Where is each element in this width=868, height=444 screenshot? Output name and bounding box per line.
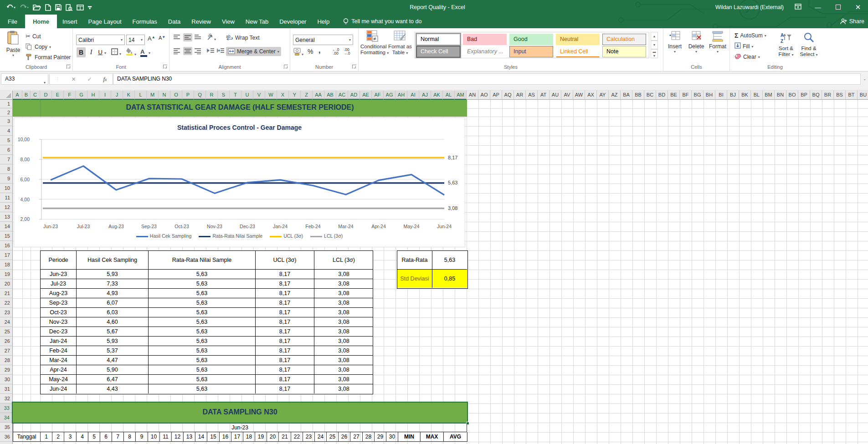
table-cell[interactable]: 3,08 [314, 346, 373, 356]
row-header-35[interactable]: 35 [0, 423, 13, 432]
conditional-formatting-button[interactable]: ≠ ConditionalFormatting ▾ [360, 30, 384, 56]
tab-page-layout[interactable]: Page Layout [83, 15, 127, 28]
table-cell[interactable]: 8,17 [256, 365, 314, 375]
column-header-BM[interactable]: BM [763, 91, 775, 100]
day-cell-5[interactable]: 5 [88, 432, 100, 442]
column-header-BJ[interactable]: BJ [727, 91, 739, 100]
day-cell-21[interactable]: 21 [279, 432, 291, 442]
column-header-J[interactable]: J [111, 91, 123, 100]
styles-gallery-up-button[interactable]: ▲ [651, 32, 658, 41]
insert-function-icon[interactable]: fx [103, 76, 107, 83]
table-cell[interactable]: 3,08 [314, 308, 373, 317]
table-cell[interactable]: 8,17 [256, 279, 314, 289]
table-cell[interactable]: 8,17 [256, 346, 314, 356]
table-cell[interactable]: 8,17 [256, 317, 314, 327]
column-header-H[interactable]: H [87, 91, 99, 100]
style-chip-explanatory-[interactable]: Explanatory ... [463, 46, 507, 57]
column-header-AX[interactable]: AX [585, 91, 597, 100]
day-cell-18[interactable]: 18 [243, 432, 255, 442]
column-header-AP[interactable]: AP [490, 91, 502, 100]
row-header-13[interactable]: 13 [0, 212, 13, 222]
column-header-AF[interactable]: AF [372, 91, 384, 100]
column-header-BR[interactable]: BR [822, 91, 834, 100]
column-header-BN[interactable]: BN [775, 91, 786, 100]
table-cell[interactable]: 5,63 [149, 289, 256, 298]
row35-jun23[interactable]: Jun-23 [13, 423, 467, 432]
column-header-AE[interactable]: AE [360, 91, 372, 100]
day-cell-7[interactable]: 7 [112, 432, 124, 442]
column-header-BE[interactable]: BE [668, 91, 680, 100]
row-header-5[interactable]: 5 [0, 136, 13, 145]
column-header-BA[interactable]: BA [621, 91, 632, 100]
row-header-8[interactable]: 8 [0, 164, 13, 174]
row-header-24[interactable]: 24 [0, 317, 13, 327]
sort-filter-button[interactable]: AZ Sort &Filter ▾ [776, 32, 796, 58]
table-cell[interactable]: 4,43 [77, 384, 149, 393]
row-header-26[interactable]: 26 [0, 337, 13, 346]
day-cell-3[interactable]: 3 [64, 432, 77, 442]
accounting-format-button[interactable]: ▾ [293, 48, 303, 57]
row-header-23[interactable]: 23 [0, 308, 13, 317]
column-header-BQ[interactable]: BQ [810, 91, 822, 100]
row-header-19[interactable]: 19 [0, 270, 13, 279]
style-chip-good[interactable]: Good [509, 34, 553, 45]
table-cell[interactable]: Feb-24 [41, 346, 77, 356]
table-cell[interactable]: 3,08 [314, 317, 373, 327]
delete-cells-button[interactable]: Delete▾ [686, 31, 706, 54]
minimize-button[interactable]: — [808, 4, 828, 11]
table-cell[interactable]: May-24 [41, 375, 77, 384]
column-header-Q[interactable]: Q [194, 91, 206, 100]
style-chip-check-cell[interactable]: Check Cell [416, 46, 460, 57]
table-cell[interactable]: Oct-23 [41, 308, 77, 317]
day-cell-17[interactable]: 17 [231, 432, 243, 442]
table-cell[interactable]: 3,08 [314, 289, 373, 298]
formula-input[interactable]: DATA SAMPLING N30 [113, 73, 861, 85]
column-header-I[interactable]: I [99, 91, 111, 100]
table-cell[interactable]: 8,17 [256, 356, 314, 365]
day-cell-19[interactable]: 19 [255, 432, 267, 442]
row-header-31[interactable]: 31 [0, 384, 13, 394]
borders-button[interactable]: ▾ [111, 48, 121, 57]
table-cell[interactable]: Jul-23 [41, 279, 77, 289]
style-chip-calculation[interactable]: Calculation [602, 34, 646, 45]
column-header-Z[interactable]: Z [301, 91, 313, 100]
increase-decimal-button[interactable]: ←.0.00 [332, 48, 339, 55]
row-header-29[interactable]: 29 [0, 365, 13, 375]
summary-value-std-deviasi[interactable]: 0,85 [432, 270, 467, 288]
column-header-AJ[interactable]: AJ [419, 91, 431, 100]
table-cell[interactable]: 5,93 [77, 270, 149, 279]
column-header-AW[interactable]: AW [573, 91, 585, 100]
column-header-A[interactable]: A [13, 91, 22, 100]
column-header-P[interactable]: P [182, 91, 194, 100]
styles-gallery-more-button[interactable]: ▬▼ [651, 49, 658, 58]
row-header-36[interactable]: 36 [0, 432, 13, 442]
day-cell-20[interactable]: 20 [267, 432, 279, 442]
row-header-15[interactable]: 15 [0, 231, 13, 241]
maximize-button[interactable] [828, 4, 848, 11]
merge-center-button[interactable]: Merge & Center▾ [226, 47, 281, 56]
day-cell-9[interactable]: 9 [136, 432, 148, 442]
day-cell-10[interactable]: 10 [148, 432, 160, 442]
table-cell[interactable]: 5,63 [149, 317, 256, 327]
column-header-U[interactable]: U [241, 91, 253, 100]
table-cell[interactable]: Jan-24 [41, 337, 77, 346]
new-file-icon[interactable] [45, 4, 51, 11]
day-cell-12[interactable]: 12 [172, 432, 184, 442]
table-cell[interactable]: 3,08 [314, 356, 373, 365]
align-bottom-button[interactable] [194, 34, 201, 42]
column-header-AL[interactable]: AL [443, 91, 455, 100]
table-cell[interactable]: 5,37 [77, 346, 149, 356]
row-header-30[interactable]: 30 [0, 375, 13, 384]
column-header-AC[interactable]: AC [336, 91, 348, 100]
table-cell[interactable]: 5,63 [149, 327, 256, 337]
row-header-34[interactable]: 34 [0, 413, 13, 423]
day-cell-6[interactable]: 6 [100, 432, 112, 442]
insert-cells-button[interactable]: Insert▾ [665, 31, 685, 54]
column-header-AY[interactable]: AY [597, 91, 609, 100]
column-header-AM[interactable]: AM [455, 91, 467, 100]
comma-style-button[interactable]: , [318, 46, 320, 55]
column-header-D[interactable]: D [40, 91, 52, 100]
column-header-K[interactable]: K [123, 91, 135, 100]
column-header-F[interactable]: F [64, 91, 76, 100]
table-cell[interactable]: 6,07 [77, 298, 149, 308]
